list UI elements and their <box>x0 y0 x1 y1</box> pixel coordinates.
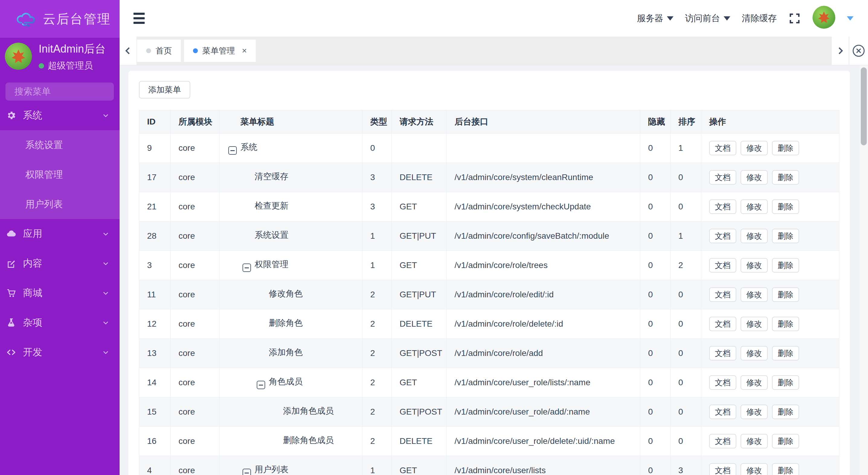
cell-api: /v1/admin/core/user_role/lists/:name <box>447 368 640 397</box>
sidebar-item-system[interactable]: 系统 <box>0 100 120 130</box>
delete-button[interactable]: 删除 <box>772 287 799 302</box>
edit-button[interactable]: 修改 <box>741 346 768 360</box>
tab-home[interactable]: 首页 <box>137 39 181 62</box>
cell-actions: 文档修改删除 <box>701 192 839 221</box>
close-all-tabs-button[interactable] <box>849 36 868 65</box>
doc-button[interactable]: 文档 <box>709 287 736 302</box>
cell-title: 系统 <box>220 133 363 163</box>
cell-api: /v1/admin/core/role/edit/:id <box>447 280 640 309</box>
tab-close-icon[interactable]: × <box>242 46 247 56</box>
collapse-toggle-icon[interactable] <box>243 469 251 475</box>
edit-button[interactable]: 修改 <box>741 434 768 448</box>
delete-button[interactable]: 删除 <box>772 258 799 272</box>
caret-down-icon <box>724 16 730 21</box>
cell-id: 15 <box>139 397 170 427</box>
cell-api: /v1/admin/core/user/lists <box>447 456 640 475</box>
delete-button[interactable]: 删除 <box>772 434 799 448</box>
cell-type: 2 <box>363 339 392 368</box>
doc-button[interactable]: 文档 <box>709 375 736 390</box>
doc-button[interactable]: 文档 <box>709 141 736 155</box>
col-actions: 操作 <box>701 110 839 133</box>
cell-module: core <box>170 163 220 192</box>
doc-button[interactable]: 文档 <box>709 200 736 214</box>
tab-menu-management[interactable]: 菜单管理 × <box>184 39 256 62</box>
collapse-toggle-icon[interactable] <box>228 146 237 155</box>
cell-hidden: 0 <box>640 280 671 309</box>
sidebar-item-misc[interactable]: 杂项 <box>0 308 120 337</box>
edit-button[interactable]: 修改 <box>741 463 768 475</box>
col-hidden: 隐藏 <box>640 110 671 133</box>
user-profile[interactable]: InitAdmin后台 超级管理员 <box>5 43 120 70</box>
delete-button[interactable]: 删除 <box>772 141 799 155</box>
cell-api: /v1/admin/core/role/add <box>447 339 640 368</box>
delete-button[interactable]: 删除 <box>772 229 799 243</box>
sidebar-item-content[interactable]: 内容 <box>0 249 120 278</box>
sidebar-subitem-system-settings[interactable]: 系统设置 <box>0 130 120 160</box>
delete-button[interactable]: 删除 <box>772 170 799 185</box>
visit-frontend-dropdown[interactable]: 访问前台 <box>685 12 730 25</box>
cell-module: core <box>170 397 220 427</box>
code-icon <box>6 347 16 357</box>
main-content: 添加菜单 ID 所属模块 菜单标题 类型 请求方法 后台接口 隐藏 <box>120 65 868 475</box>
cell-api: /v1/admin/core/user_role/delete/:uid/:na… <box>447 427 640 456</box>
edit-button[interactable]: 修改 <box>741 375 768 390</box>
doc-button[interactable]: 文档 <box>709 346 736 360</box>
delete-button[interactable]: 删除 <box>772 200 799 214</box>
delete-button[interactable]: 删除 <box>772 405 799 419</box>
table-row: 4 core 用户列表 1 GET /v1/admin/core/user/li… <box>139 456 839 475</box>
cell-sort: 0 <box>671 280 701 309</box>
doc-button[interactable]: 文档 <box>709 434 736 448</box>
edit-button[interactable]: 修改 <box>741 287 768 302</box>
edit-button[interactable]: 修改 <box>741 200 768 214</box>
cell-sort: 1 <box>671 133 701 163</box>
delete-button[interactable]: 删除 <box>772 317 799 331</box>
fullscreen-icon[interactable] <box>788 12 801 25</box>
cell-method: GET <box>392 368 447 397</box>
collapse-toggle-icon[interactable] <box>257 381 265 389</box>
sidebar-subitem-user-list[interactable]: 用户列表 <box>0 189 120 219</box>
doc-button[interactable]: 文档 <box>709 170 736 185</box>
delete-button[interactable]: 删除 <box>772 463 799 475</box>
server-dropdown[interactable]: 服务器 <box>637 12 674 25</box>
cell-title: 权限管理 <box>220 251 363 280</box>
scrollbar-thumb[interactable] <box>861 67 867 145</box>
cell-api <box>447 133 640 163</box>
caret-down-icon[interactable] <box>847 16 854 21</box>
content-card: 添加菜单 ID 所属模块 菜单标题 类型 请求方法 后台接口 隐藏 <box>128 71 850 475</box>
doc-button[interactable]: 文档 <box>709 463 736 475</box>
cell-actions: 文档修改删除 <box>701 368 839 397</box>
doc-button[interactable]: 文档 <box>709 317 736 331</box>
edit-button[interactable]: 修改 <box>741 141 768 155</box>
add-menu-button[interactable]: 添加菜单 <box>139 81 190 98</box>
edit-button[interactable]: 修改 <box>741 258 768 272</box>
doc-button[interactable]: 文档 <box>709 258 736 272</box>
edit-button[interactable]: 修改 <box>741 317 768 331</box>
clear-cache-button[interactable]: 清除缓存 <box>742 12 777 25</box>
sidebar-subitem-permissions[interactable]: 权限管理 <box>0 160 120 189</box>
edit-button[interactable]: 修改 <box>741 229 768 243</box>
cell-actions: 文档修改删除 <box>701 221 839 251</box>
user-avatar[interactable] <box>812 6 835 31</box>
tabs-scroll-right-button[interactable] <box>832 36 849 65</box>
table-row: 13 core 添加角色 2 GET|POST /v1/admin/core/r… <box>139 339 839 368</box>
hamburger-menu-icon[interactable] <box>133 13 145 24</box>
cell-actions: 文档修改删除 <box>701 251 839 280</box>
sidebar-item-apps[interactable]: 应用 <box>0 219 120 249</box>
cell-id: 13 <box>139 339 170 368</box>
delete-button[interactable]: 删除 <box>772 375 799 390</box>
cell-api: /v1/admin/core/user_role/add/:name <box>447 397 640 427</box>
edit-button[interactable]: 修改 <box>741 405 768 419</box>
cell-title: 删除角色成员 <box>220 427 363 456</box>
doc-button[interactable]: 文档 <box>709 229 736 243</box>
collapse-toggle-icon[interactable] <box>243 264 251 272</box>
tabs-scroll-left-button[interactable] <box>120 36 136 65</box>
edit-button[interactable]: 修改 <box>741 170 768 185</box>
sidebar-item-shop[interactable]: 商城 <box>0 278 120 308</box>
doc-button[interactable]: 文档 <box>709 405 736 419</box>
cell-id: 14 <box>139 368 170 397</box>
search-menu-input[interactable] <box>5 83 114 100</box>
delete-button[interactable]: 删除 <box>772 346 799 360</box>
chevron-down-icon <box>102 112 109 119</box>
tab-status-dot-icon <box>146 48 151 53</box>
sidebar-item-dev[interactable]: 开发 <box>0 337 120 367</box>
